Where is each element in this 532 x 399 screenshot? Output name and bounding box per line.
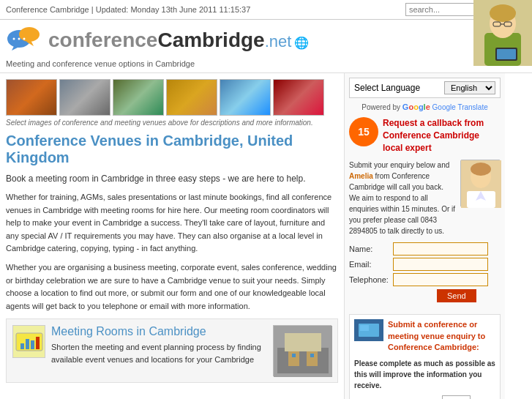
- svg-rect-22: [277, 348, 329, 373]
- svg-rect-19: [31, 340, 34, 349]
- svg-point-14: [18, 38, 20, 40]
- name-input[interactable]: [393, 242, 488, 256]
- gallery-img-2[interactable]: [59, 79, 110, 116]
- meeting-rooms-text: Shorten the meeting and event planning p…: [51, 341, 267, 365]
- gallery-img-6[interactable]: [273, 79, 324, 116]
- enquiry-header: Submit a conference or meeting venue enq…: [354, 319, 495, 353]
- enquiry-description: Please complete as much as possible as t…: [354, 358, 495, 391]
- page-heading: Conference Venues in Cambridge, United K…: [6, 133, 338, 166]
- gallery-caption: Select images of conference and meeting …: [6, 119, 338, 127]
- svg-rect-17: [20, 343, 24, 349]
- svg-rect-35: [360, 325, 369, 331]
- telephone-field-row: Telephone:: [349, 273, 501, 286]
- gallery-img-3[interactable]: [113, 79, 164, 116]
- svg-rect-23: [285, 333, 321, 351]
- logo-text: conferenceCambridge.net 🌐: [48, 29, 309, 52]
- svg-point-15: [23, 38, 26, 40]
- powered-by-label: Powered by Google Google Translate: [349, 102, 501, 111]
- enquiry-title: Submit a conference or meeting venue enq…: [388, 319, 495, 353]
- enquiry-desc-strong: Please complete as much as possible as t…: [354, 359, 495, 389]
- callback-icon: 15: [349, 117, 378, 146]
- meeting-rooms-section: Meeting Rooms in Cambridge Shorten the m…: [6, 318, 338, 383]
- intro-text: Book a meeting room in Cambridge in thre…: [6, 172, 338, 185]
- svg-rect-27: [310, 354, 314, 357]
- email-label: Email:: [349, 260, 393, 269]
- body-para-1: Whether for training, AGMs, sales presen…: [6, 191, 338, 256]
- callback-title-area: Request a callback from Conference Cambr…: [383, 117, 501, 154]
- event-dates-row: Event Dates (if known): 20 21 22 June Ju…: [354, 395, 495, 399]
- email-input[interactable]: [393, 258, 488, 271]
- lang-dropdown[interactable]: English French German Spanish: [444, 81, 495, 94]
- telephone-label: Telephone:: [349, 275, 393, 284]
- meeting-rooms-title: Meeting Rooms in Cambridge: [51, 325, 267, 338]
- svg-point-11: [19, 27, 40, 42]
- name-field-row: Name:: [349, 242, 501, 256]
- tagline: Meeting and conference venue options in …: [0, 58, 532, 73]
- svg-point-13: [13, 38, 15, 40]
- header-title: Conference Cambridge | Updated: Monday 1…: [6, 5, 250, 14]
- event-day-select[interactable]: 20 21 22: [442, 395, 471, 399]
- svg-rect-8: [497, 49, 516, 59]
- agent-photo: [460, 160, 501, 207]
- telephone-input[interactable]: [393, 273, 488, 286]
- gallery-img-1[interactable]: [6, 79, 57, 116]
- logo-bubbles: [6, 26, 42, 55]
- meeting-venue-image: [273, 325, 331, 376]
- name-label: Name:: [349, 245, 393, 253]
- send-button[interactable]: Send: [437, 289, 476, 302]
- venue-gallery[interactable]: [6, 79, 338, 116]
- enquiry-icon: [354, 319, 383, 341]
- svg-point-30: [471, 163, 491, 176]
- svg-rect-18: [26, 339, 29, 349]
- gallery-img-5[interactable]: [220, 79, 271, 116]
- meeting-icon: [12, 325, 45, 358]
- body-para-2: Whether you are organising a business me…: [6, 261, 338, 313]
- svg-point-3: [490, 4, 516, 22]
- callback-description: Submit your enquiry below and Amelia fro…: [349, 160, 456, 236]
- callback-title: Request a callback from Conference Cambr…: [383, 117, 501, 154]
- enquiry-section: Submit a conference or meeting venue enq…: [349, 314, 501, 399]
- svg-rect-20: [36, 337, 40, 349]
- email-field-row: Email:: [349, 258, 501, 271]
- gallery-img-4[interactable]: [166, 79, 217, 116]
- language-selector[interactable]: Select Language English French German Sp…: [349, 78, 501, 98]
- callback-section: 15 Request a callback from Conference Ca…: [349, 117, 501, 154]
- callback-form-area: Submit your enquiry below and Amelia fro…: [349, 160, 501, 236]
- lang-label: Select Language: [354, 83, 420, 93]
- agent-name-link: Amelia: [349, 172, 373, 180]
- svg-rect-26: [292, 354, 296, 357]
- header-lady-image: [473, 0, 532, 66]
